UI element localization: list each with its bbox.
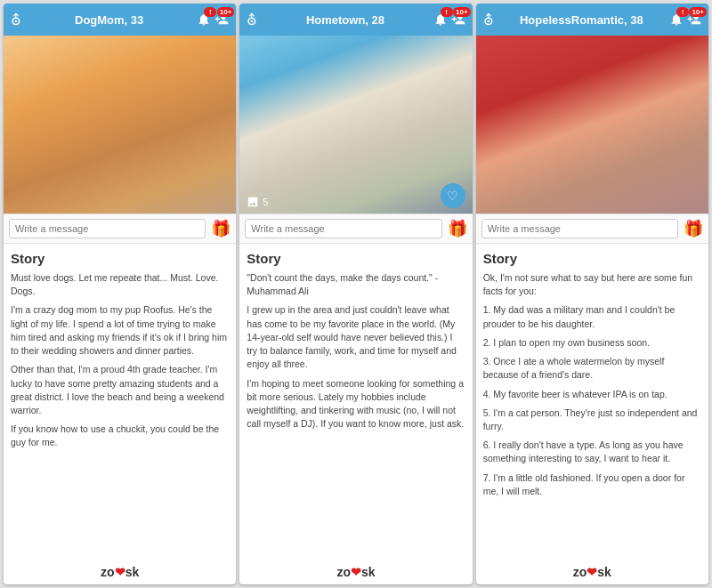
zoosk-logo: zo❤sk	[476, 561, 708, 584]
profile-name: DogMom, 33	[21, 13, 197, 27]
story-paragraph: 2. I plan to open my own business soon.	[483, 336, 701, 350]
profile-photo	[4, 36, 236, 213]
story-paragraph: 6. I really don't have a type. As long a…	[483, 439, 701, 465]
header-right-icons: ! 10+	[433, 12, 465, 27]
message-input[interactable]	[481, 219, 678, 238]
profile-photo	[476, 36, 708, 213]
story-paragraph: 7. I'm a little old fashioned. If you op…	[483, 471, 701, 498]
filter-icon[interactable]: ⛢	[483, 12, 494, 28]
story-paragraph: I grew up in the area and just couldn't …	[247, 303, 465, 371]
profile-card-3: ⛢ HopelessRomantic, 38 ! 10+ 🎁 Story	[476, 4, 708, 584]
message-bar: 🎁	[4, 213, 236, 244]
card-header: ⛢ HopelessRomantic, 38 ! 10+	[476, 4, 708, 36]
story-paragraph: 5. I'm a cat person. They're just so ind…	[483, 407, 701, 433]
story-paragraph: "Don't count the days, make the days cou…	[247, 271, 465, 298]
story-text: Must love dogs. Let me repeate that... M…	[11, 271, 229, 450]
add-user-badge: 10+	[453, 7, 471, 17]
story-paragraph: Must love dogs. Let me repeate that... M…	[11, 271, 229, 298]
add-user-icon[interactable]: 10+	[687, 12, 701, 27]
message-input[interactable]	[9, 219, 206, 238]
notification-icon[interactable]: !	[669, 12, 684, 27]
filter-icon[interactable]: ⛢	[11, 12, 21, 28]
profile-name: Hometown, 28	[257, 13, 433, 27]
story-paragraph: 1. My dad was a military man and I could…	[483, 303, 701, 330]
story-paragraph: I'm hoping to meet someone looking for s…	[247, 377, 465, 431]
zoosk-heart: ❤	[587, 565, 597, 579]
profile-photo: 5 ♡	[239, 36, 472, 213]
profile-name: HopelessRomantic, 38	[494, 13, 669, 27]
story-paragraph: Ok, I'm not sure what to say but here ar…	[483, 271, 701, 298]
story-paragraph: I'm a crazy dog mom to my pup Roofus. He…	[11, 303, 229, 358]
zoosk-heart: ❤	[115, 565, 125, 579]
story-paragraph: If you know how to use a chuckit, you co…	[11, 423, 229, 449]
add-user-badge: 10+	[689, 7, 707, 17]
message-bar: 🎁	[476, 213, 708, 244]
card-header: ⛢ Hometown, 28 ! 10+	[239, 4, 472, 36]
story-paragraph: 4. My favorite beer is whatever IPA is o…	[483, 388, 701, 401]
profile-card-2: ⛢ Hometown, 28 ! 10+ 5 ♡	[239, 4, 472, 584]
profile-card-1: ⛢ DogMom, 33 ! 10+ 🎁 Story	[4, 4, 236, 584]
photo-count: 5	[263, 197, 268, 207]
story-title: Story	[11, 251, 229, 266]
story-section: Story Ok, I'm not sure what to say but h…	[476, 244, 708, 561]
zoosk-heart: ❤	[351, 565, 361, 579]
header-right-icons: ! 10+	[669, 12, 701, 27]
add-user-icon[interactable]: 10+	[451, 12, 465, 27]
story-paragraph: 3. Once I ate a whole watermelon by myse…	[483, 355, 701, 382]
header-right-icons: ! 10+	[197, 12, 229, 27]
gift-button[interactable]: 🎁	[448, 219, 467, 238]
card-header: ⛢ DogMom, 33 ! 10+	[4, 4, 236, 36]
story-title: Story	[483, 251, 701, 266]
notification-icon[interactable]: !	[197, 12, 211, 27]
zoosk-logo: zo❤sk	[239, 561, 472, 584]
story-text: Ok, I'm not sure what to say but here ar…	[483, 271, 701, 498]
photo-overlay: 5	[247, 196, 268, 208]
filter-icon[interactable]: ⛢	[247, 12, 257, 28]
gift-button[interactable]: 🎁	[211, 219, 231, 238]
story-section: Story Must love dogs. Let me repeate tha…	[4, 244, 236, 561]
message-input[interactable]	[245, 219, 441, 238]
add-user-icon[interactable]: 10+	[214, 12, 229, 27]
story-section: Story "Don't count the days, make the da…	[239, 244, 472, 561]
like-button[interactable]: ♡	[441, 183, 465, 208]
message-bar: 🎁	[239, 213, 472, 244]
zoosk-logo: zo❤sk	[4, 561, 236, 584]
story-paragraph: Other than that, I'm a proud 4th grade t…	[11, 363, 229, 417]
notification-icon[interactable]: !	[433, 12, 448, 27]
story-title: Story	[247, 251, 465, 266]
add-user-badge: 10+	[217, 7, 235, 17]
story-text: "Don't count the days, make the days cou…	[247, 271, 465, 431]
gift-button[interactable]: 🎁	[684, 219, 703, 238]
